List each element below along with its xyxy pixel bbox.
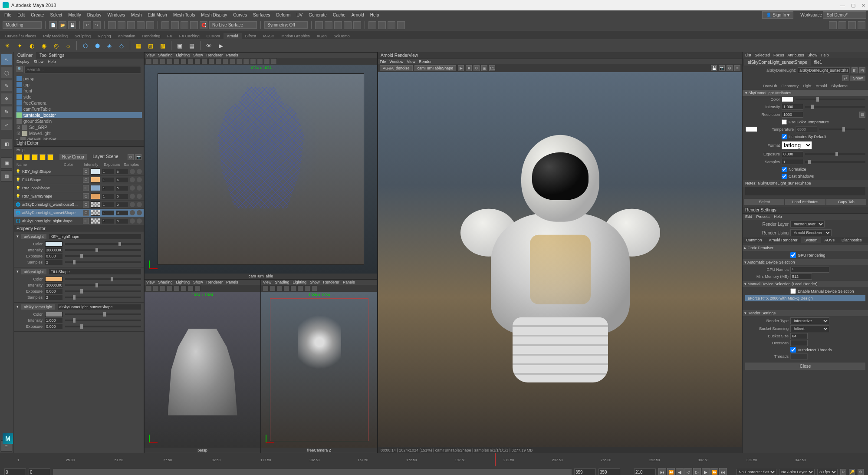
render-start-icon[interactable]: ▶ — [458, 65, 464, 71]
arnold-skydome-icon[interactable]: ✦ — [15, 41, 24, 50]
play-back-icon[interactable]: ◁ — [684, 468, 692, 475]
render-view[interactable] — [378, 72, 742, 447]
arnold-eye-icon[interactable]: 👁 — [204, 41, 214, 50]
outliner[interactable]: persp top front side freeCamera camTurnT… — [14, 75, 144, 140]
arnold-standin-icon[interactable]: ⬢ — [92, 41, 102, 50]
menu-mesh-display[interactable]: Mesh Display — [198, 12, 230, 18]
map-icon[interactable]: ▦ — [859, 112, 865, 118]
signin-button[interactable]: 👤 Sign In ▾ — [762, 11, 793, 19]
tab-tool-settings[interactable]: Tool Settings — [36, 52, 68, 59]
shelf-tab-anim[interactable]: Animation — [115, 33, 139, 39]
shelf-tab-mash[interactable]: MASH — [260, 33, 278, 39]
focus-icon[interactable]: ◧ — [852, 67, 858, 73]
fps-selector[interactable]: 30 fps — [817, 469, 838, 475]
select-button[interactable]: Select — [744, 199, 784, 205]
menu-edit[interactable]: Edit — [15, 12, 27, 18]
shelf-tab-curves[interactable]: Curves / Surfaces — [2, 33, 40, 39]
menu-file[interactable]: File — [2, 12, 14, 18]
toggle-layer-icon[interactable] — [858, 21, 865, 29]
char-set-selector[interactable]: No Character Set — [736, 469, 776, 475]
menu-generate[interactable]: Generate — [306, 12, 329, 18]
le-refresh-icon[interactable]: ↻ — [128, 154, 134, 160]
vp-tool-icon[interactable] — [146, 58, 152, 64]
tab-outliner[interactable]: Outliner — [14, 52, 36, 59]
snap-surface-icon[interactable]: 🧲 — [200, 21, 207, 29]
menu-modify[interactable]: Modify — [66, 12, 83, 18]
load-attr-button[interactable]: Load Attributes — [785, 199, 825, 205]
render-gear-icon[interactable]: ⚙ — [727, 65, 733, 71]
shelf-tab-fx[interactable]: FX — [164, 33, 176, 39]
copy-tab-button[interactable]: Copy Tab — [826, 199, 866, 205]
layout-single-icon[interactable]: ▣ — [1, 157, 12, 168]
menu-windows[interactable]: Windows — [105, 12, 128, 18]
arnold-play-icon[interactable]: ▶ — [216, 41, 226, 50]
time-slider[interactable]: 125.0051.5077.5092.50117.50132.50157.501… — [0, 453, 868, 466]
menu-uv[interactable]: UV — [294, 12, 305, 18]
last-tool[interactable]: ◧ — [1, 138, 12, 149]
step-back-key-icon[interactable]: ⏪ — [667, 468, 675, 475]
menu-mesh[interactable]: Mesh — [128, 12, 144, 18]
shelf-tab-sculpt[interactable]: Sculpting — [71, 33, 94, 39]
panel-layout3-icon[interactable] — [388, 21, 395, 29]
render-save-icon[interactable]: 💾 — [711, 65, 717, 71]
current-frame[interactable] — [634, 468, 656, 475]
close-button[interactable]: Close — [745, 363, 865, 370]
render-settings-icon[interactable] — [353, 21, 361, 29]
le-dir-light-icon[interactable] — [39, 154, 46, 160]
minimize-button[interactable]: — — [840, 3, 845, 8]
workspace-selector[interactable]: Sol Demo* — [823, 11, 866, 19]
arnold-flush-icon[interactable]: ▦ — [134, 41, 143, 50]
rotate-tool[interactable]: ↻ — [1, 106, 12, 117]
panel-layout4-icon[interactable] — [397, 21, 405, 29]
goto-end-icon[interactable]: ⏭ — [719, 468, 727, 475]
light-editor-help[interactable]: Help — [16, 148, 25, 152]
arnold-tx-icon[interactable]: ▨ — [146, 41, 155, 50]
paint-select-tool[interactable]: ✎ — [1, 80, 12, 91]
move-tool[interactable]: ✥ — [1, 93, 12, 104]
menu-set-selector[interactable]: Modeling — [3, 21, 42, 29]
arnold-photometric-icon[interactable]: ◉ — [39, 41, 49, 50]
preset-button[interactable]: Pr — [859, 67, 865, 73]
outliner-help[interactable]: Help — [48, 59, 56, 64]
le-volume-light-icon[interactable] — [47, 154, 53, 160]
new-scene-icon[interactable]: 📄 — [49, 21, 57, 29]
arnold-curve-icon[interactable]: ◇ — [117, 41, 126, 50]
save-scene-icon[interactable]: 💾 — [68, 21, 76, 29]
gpu-device[interactable]: eForce RTX 2080 with Max-Q Design — [745, 295, 865, 301]
menu-select[interactable]: Select — [47, 12, 65, 18]
shelf-tab-xgen[interactable]: XGen — [313, 33, 330, 39]
viewport-persp[interactable]: ViewShadingLightingShowRendererPanels 10… — [144, 279, 261, 453]
ipr-icon[interactable] — [344, 21, 352, 29]
attr-tab-file[interactable]: file1 — [811, 59, 825, 66]
maximize-button[interactable]: ▢ — [851, 3, 855, 8]
render-camera-selector[interactable]: camTurnTableShape — [414, 65, 457, 71]
io-icon[interactable]: ⇄ — [842, 75, 848, 81]
construction-history-icon[interactable] — [325, 21, 332, 29]
range-end[interactable] — [574, 468, 596, 475]
shelf-tab-arnold[interactable]: Arnold — [224, 33, 242, 39]
menu-arnold[interactable]: Arnold — [349, 12, 367, 18]
anim-layer-selector[interactable]: No Anim Layer — [779, 469, 815, 475]
toggle-tool-icon[interactable] — [838, 21, 846, 29]
arnold-ipr-icon[interactable]: ▤ — [187, 41, 197, 50]
attr-tab-node[interactable]: aiSkyDomeLight_sunsetShape — [744, 59, 811, 66]
history-icon[interactable] — [315, 21, 323, 29]
render-icon[interactable] — [334, 21, 342, 29]
arnold-mesh-light-icon[interactable]: ◐ — [27, 41, 36, 50]
render-region-icon[interactable]: ▣ — [481, 65, 487, 71]
panel-layout-icon[interactable] — [368, 21, 376, 29]
snap-point-icon[interactable] — [181, 21, 188, 29]
arnold-settings-icon[interactable]: ▩ — [158, 41, 168, 50]
snap-plane-icon[interactable] — [190, 21, 198, 29]
search-icon[interactable]: 🔍 — [16, 66, 23, 72]
close-button[interactable]: ✕ — [861, 3, 865, 8]
autokey-icon[interactable]: 🔑 — [849, 469, 855, 475]
redo-icon[interactable]: ↷ — [93, 21, 101, 29]
menu-cache[interactable]: Cache — [330, 12, 348, 18]
le-snapshot-icon[interactable]: 📷 — [135, 154, 141, 160]
menu-help[interactable]: Help — [368, 12, 382, 18]
arnold-physical-sky-icon[interactable]: ☼ — [63, 41, 73, 50]
le-point-light-icon[interactable] — [16, 154, 22, 160]
render-refresh-icon[interactable]: ↻ — [473, 65, 480, 71]
render-scale-icon[interactable]: 1:1 — [489, 65, 495, 71]
